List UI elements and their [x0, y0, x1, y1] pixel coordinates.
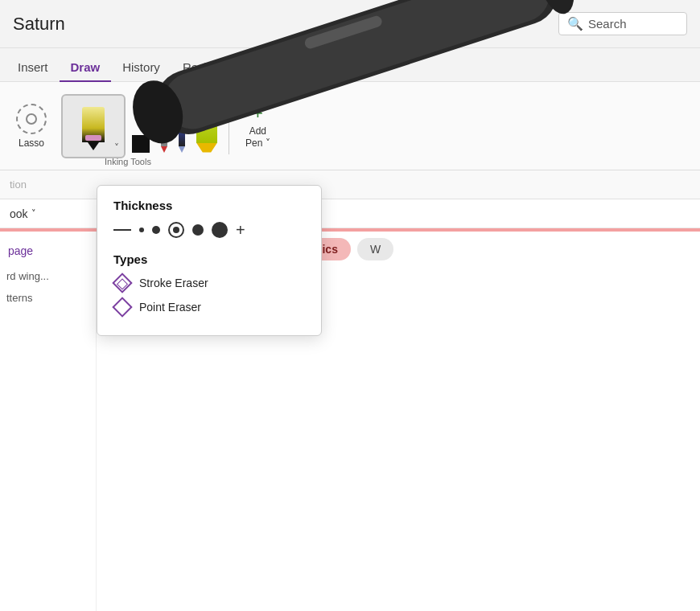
notebook-label: ook ˅ — [10, 207, 36, 220]
sidebar-item-page[interactable]: page — [6, 241, 89, 260]
pencil-blue-tip — [179, 146, 185, 153]
pencil-gray-tip — [161, 146, 167, 153]
point-eraser-icon — [113, 298, 131, 316]
search-icon: 🔍 — [567, 16, 583, 31]
search-placeholder: Search — [588, 17, 627, 31]
thickness-dot-selected[interactable] — [168, 222, 184, 238]
stroke-eraser-label: Stroke Eraser — [139, 277, 208, 289]
thickness-dot-lg[interactable] — [192, 224, 204, 236]
thickness-dot-md[interactable] — [152, 226, 160, 234]
selected-pen-tool[interactable]: ˅ — [61, 94, 126, 158]
pens-group — [132, 100, 217, 153]
point-eraser-label: Point Eraser — [139, 301, 201, 314]
tab-help[interactable]: Help — [282, 54, 329, 82]
pen-chevron-icon: ˅ — [114, 142, 119, 154]
lasso-label: Lasso — [19, 137, 44, 149]
pencil-blue-body — [179, 102, 185, 146]
thickness-popup: Thickness + Types Stroke Eraser Point Er… — [97, 185, 322, 336]
notebook-text: ook — [10, 207, 28, 220]
add-pen-plus-icon: + — [253, 103, 263, 124]
tab-insert[interactable]: Insert — [6, 54, 60, 82]
sidebar-item-patterns[interactable]: tterns — [6, 292, 89, 304]
tab-draw[interactable]: Draw — [60, 54, 112, 82]
popup-types-title: Types — [113, 252, 305, 266]
inking-tools-label: Inking Tools — [105, 157, 151, 166]
add-pen-button[interactable]: + AddPen ˅ — [241, 96, 275, 155]
pen-item-blue[interactable] — [179, 102, 185, 153]
pen-item-black[interactable] — [132, 135, 150, 153]
tab-review[interactable]: Review — [171, 54, 233, 82]
pen-item-highlighter[interactable] — [196, 103, 217, 153]
lasso-inner — [26, 113, 37, 125]
app-title: Saturn — [13, 14, 558, 35]
notebook-chevron-icon: ˅ — [31, 208, 36, 219]
tag-chip-w[interactable]: W — [357, 238, 393, 260]
pen-black-square-icon — [132, 135, 150, 153]
search-box[interactable]: 🔍 Search — [558, 12, 687, 35]
thickness-dot-xl[interactable] — [212, 222, 228, 238]
pen-item-gray[interactable] — [161, 100, 167, 153]
highlighter-tip — [196, 143, 217, 153]
eraser-point-item[interactable]: Point Eraser — [113, 298, 305, 316]
left-sidebar: page rd wing... tterns — [0, 232, 97, 611]
lasso-tool[interactable]: Lasso — [8, 99, 55, 154]
eraser-stroke-item[interactable]: Stroke Eraser — [113, 274, 305, 292]
pencil-gray-body — [161, 100, 167, 146]
top-bar: Saturn 🔍 Search — [0, 0, 700, 48]
ribbon-divider — [229, 98, 229, 154]
ribbon-tabs: Insert Draw History Review View Help — [0, 48, 700, 82]
popup-title: Thickness — [113, 199, 305, 212]
sidebar-item-wing[interactable]: rd wing... — [6, 270, 89, 282]
thickness-row: + — [113, 222, 305, 238]
thickness-selected-inner — [173, 227, 179, 233]
ribbon-content: Lasso ˅ — [0, 82, 700, 170]
highlighter-body — [196, 103, 217, 143]
thickness-dot-sm[interactable] — [139, 228, 144, 232]
tab-view[interactable]: View — [233, 54, 282, 82]
add-pen-label: AddPen ˅ — [245, 125, 270, 149]
tab-history[interactable]: History — [111, 54, 171, 82]
thickness-line[interactable] — [113, 229, 131, 231]
stroke-eraser-icon — [113, 274, 131, 292]
section-label-text: tion — [10, 178, 27, 191]
lasso-icon — [16, 104, 47, 134]
thickness-plus-icon[interactable]: + — [236, 222, 245, 238]
